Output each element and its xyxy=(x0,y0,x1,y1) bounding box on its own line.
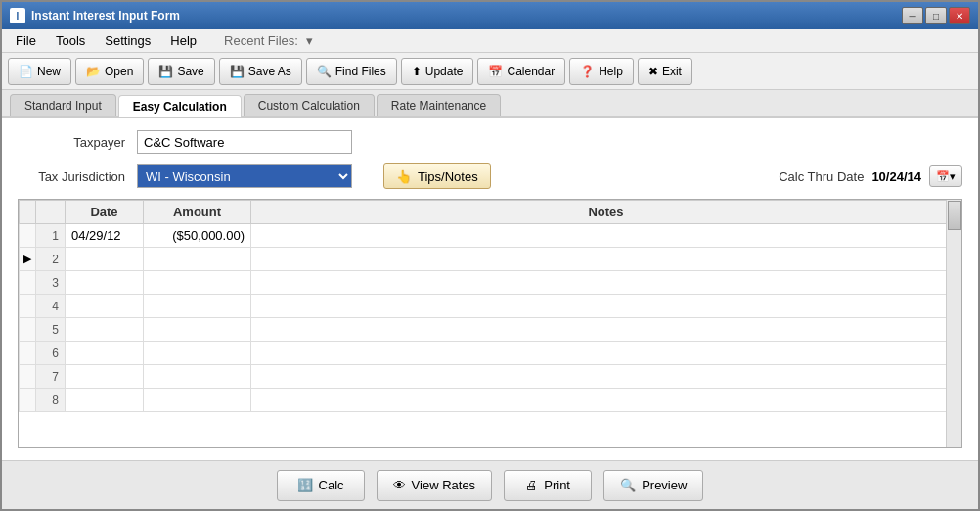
row-number: 4 xyxy=(36,295,66,318)
tab-rate-maintenance[interactable]: Rate Maintenance xyxy=(377,94,501,116)
title-bar: I Instant Interest Input Form ─ □ ✕ xyxy=(2,2,978,29)
menu-file[interactable]: File xyxy=(8,31,44,50)
title-buttons: ─ □ ✕ xyxy=(902,7,970,24)
preview-button[interactable]: 🔍 Preview xyxy=(603,470,703,501)
row-amount[interactable] xyxy=(144,342,251,365)
tabs-bar: Standard Input Easy Calculation Custom C… xyxy=(2,90,978,118)
row-number: 7 xyxy=(36,365,66,389)
table-row[interactable]: 3 xyxy=(20,271,961,295)
preview-icon: 🔍 xyxy=(620,478,636,492)
help-button[interactable]: ❓ Help xyxy=(569,58,634,85)
recent-files-dropdown[interactable]: ▾ xyxy=(306,33,313,48)
calendar-toolbar-button[interactable]: 📅 Calendar xyxy=(477,58,565,85)
date-picker-button[interactable]: 📅▾ xyxy=(929,165,962,187)
taxpayer-label: Taxpayer xyxy=(18,135,125,150)
main-window: I Instant Interest Input Form ─ □ ✕ File… xyxy=(0,0,980,511)
tab-standard-input[interactable]: Standard Input xyxy=(10,94,116,116)
jurisdiction-label: Tax Jurisdiction xyxy=(18,169,125,184)
scrollbar-thumb[interactable] xyxy=(948,201,961,230)
calc-thru-label: Calc Thru Date xyxy=(779,169,864,184)
jurisdiction-select[interactable]: WI - Wisconsin xyxy=(137,164,352,188)
find-files-button[interactable]: 🔍 Find Files xyxy=(306,58,397,85)
row-arrow xyxy=(20,271,36,295)
new-icon: 📄 xyxy=(19,65,33,78)
col-date: Date xyxy=(66,201,144,224)
row-notes[interactable] xyxy=(251,365,961,389)
save-button[interactable]: 💾 Save xyxy=(148,58,214,85)
window-title: Instant Interest Input Form xyxy=(31,9,180,23)
table-row[interactable]: 4 xyxy=(20,295,961,318)
menu-tools[interactable]: Tools xyxy=(48,31,93,50)
row-notes[interactable] xyxy=(251,224,961,248)
row-amount[interactable] xyxy=(144,271,251,295)
row-notes[interactable] xyxy=(251,318,961,342)
col-amount: Amount xyxy=(144,201,251,224)
row-date[interactable] xyxy=(66,295,144,318)
save-as-button[interactable]: 💾 Save As xyxy=(219,58,302,85)
tab-easy-calculation[interactable]: Easy Calculation xyxy=(118,95,242,117)
table-row[interactable]: 5 xyxy=(20,318,961,342)
taxpayer-input[interactable] xyxy=(137,130,352,154)
toolbar: 📄 New 📂 Open 💾 Save 💾 Save As 🔍 Find Fil… xyxy=(2,53,978,90)
new-button[interactable]: 📄 New xyxy=(8,58,71,85)
row-amount[interactable] xyxy=(144,365,251,389)
row-arrow xyxy=(20,295,36,318)
table-row[interactable]: ▶ 2 xyxy=(20,248,961,271)
bottom-bar: 🔢 Calc 👁 View Rates 🖨 Print 🔍 Preview xyxy=(2,460,978,509)
calc-icon: 🔢 xyxy=(297,478,313,492)
row-amount[interactable] xyxy=(144,248,251,271)
data-table-container: Date Amount Notes 1 04/29/12 ($50,000.00… xyxy=(18,199,962,448)
row-arrow xyxy=(20,342,36,365)
maximize-button[interactable]: □ xyxy=(925,7,947,24)
update-icon: ⬆ xyxy=(412,65,422,78)
minimize-button[interactable]: ─ xyxy=(902,7,923,24)
open-icon: 📂 xyxy=(86,65,101,78)
view-rates-button[interactable]: 👁 View Rates xyxy=(377,470,493,501)
row-number: 3 xyxy=(36,271,66,295)
col-num xyxy=(36,201,66,224)
menu-settings[interactable]: Settings xyxy=(97,31,158,50)
row-date[interactable] xyxy=(66,248,144,271)
table-row[interactable]: 8 xyxy=(20,389,961,412)
exit-icon: ✖ xyxy=(648,65,658,78)
calc-thru-date: 10/24/14 xyxy=(871,169,921,184)
row-notes[interactable] xyxy=(251,295,961,318)
tips-notes-button[interactable]: 👆 Tips/Notes xyxy=(383,163,491,189)
row-notes[interactable] xyxy=(251,389,961,412)
find-files-icon: 🔍 xyxy=(317,65,332,78)
exit-button[interactable]: ✖ Exit xyxy=(638,58,692,85)
row-date[interactable] xyxy=(66,318,144,342)
row-number: 2 xyxy=(36,248,66,271)
row-date[interactable] xyxy=(66,389,144,412)
app-icon: I xyxy=(10,8,25,23)
update-button[interactable]: ⬆ Update xyxy=(401,58,474,85)
row-date[interactable] xyxy=(66,365,144,389)
row-date[interactable] xyxy=(66,342,144,365)
tab-custom-calculation[interactable]: Custom Calculation xyxy=(244,94,375,116)
row-date[interactable] xyxy=(66,271,144,295)
table-row[interactable]: 7 xyxy=(20,365,961,389)
table-row[interactable]: 1 04/29/12 ($50,000.00) xyxy=(20,224,961,248)
print-icon: 🖨 xyxy=(525,478,538,492)
table-row[interactable]: 6 xyxy=(20,342,961,365)
row-notes[interactable] xyxy=(251,271,961,295)
open-button[interactable]: 📂 Open xyxy=(75,58,144,85)
row-amount[interactable]: ($50,000.00) xyxy=(144,224,251,248)
row-notes[interactable] xyxy=(251,248,961,271)
row-amount[interactable] xyxy=(144,389,251,412)
row-amount[interactable] xyxy=(144,318,251,342)
help-icon: ❓ xyxy=(580,65,595,78)
calc-button[interactable]: 🔢 Calc xyxy=(277,470,365,501)
row-amount[interactable] xyxy=(144,295,251,318)
menu-help[interactable]: Help xyxy=(162,31,204,50)
row-notes[interactable] xyxy=(251,342,961,365)
close-button[interactable]: ✕ xyxy=(949,7,970,24)
scrollbar-track[interactable] xyxy=(946,200,961,447)
taxpayer-row: Taxpayer xyxy=(18,130,962,154)
row-number: 1 xyxy=(36,224,66,248)
row-number: 8 xyxy=(36,389,66,412)
row-date[interactable]: 04/29/12 xyxy=(66,224,144,248)
save-icon: 💾 xyxy=(158,65,173,78)
main-content: Taxpayer Tax Jurisdiction WI - Wisconsin… xyxy=(2,118,978,460)
print-button[interactable]: 🖨 Print xyxy=(504,470,592,501)
